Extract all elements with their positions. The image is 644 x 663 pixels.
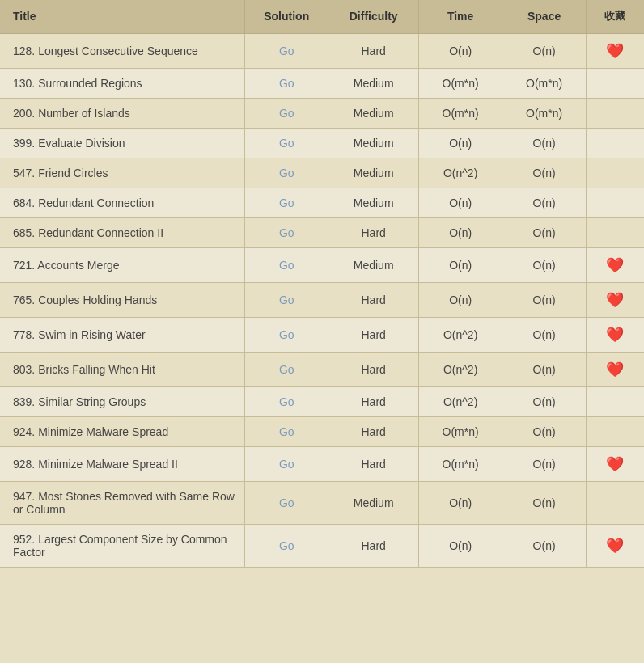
cell-difficulty: Medium bbox=[328, 128, 418, 158]
solution-link[interactable]: Go bbox=[279, 458, 294, 471]
cell-space: O(n) bbox=[502, 33, 586, 68]
cell-solution[interactable]: Go bbox=[244, 282, 328, 317]
cell-solution[interactable]: Go bbox=[244, 524, 328, 567]
heart-icon[interactable]: ❤️ bbox=[606, 257, 624, 273]
cell-space: O(n) bbox=[502, 247, 586, 282]
cell-solution[interactable]: Go bbox=[244, 247, 328, 282]
table-row: 685. Redundant Connection IIGoHardO(n)O(… bbox=[0, 217, 644, 247]
cell-solution[interactable]: Go bbox=[244, 317, 328, 352]
cell-solution[interactable]: Go bbox=[244, 188, 328, 217]
cell-title: 721. Accounts Merge bbox=[0, 247, 244, 282]
heart-icon[interactable]: ❤️ bbox=[606, 361, 624, 378]
solution-link[interactable]: Go bbox=[279, 539, 294, 552]
cell-solution[interactable]: Go bbox=[244, 98, 328, 128]
cell-solution[interactable]: Go bbox=[244, 386, 328, 416]
solution-link[interactable]: Go bbox=[279, 107, 294, 120]
cell-title: 803. Bricks Falling When Hit bbox=[0, 352, 244, 386]
cell-favorite[interactable]: ❤️ bbox=[586, 282, 644, 317]
table-row: 721. Accounts MergeGoMediumO(n)O(n)❤️ bbox=[0, 247, 644, 282]
cell-favorite[interactable] bbox=[586, 416, 644, 446]
cell-space: O(m*n) bbox=[502, 98, 586, 128]
cell-favorite[interactable] bbox=[586, 98, 644, 128]
solution-link[interactable]: Go bbox=[279, 293, 294, 306]
cell-title: 952. Largest Component Size by Common Fa… bbox=[0, 524, 244, 567]
cell-title: 200. Number of Islands bbox=[0, 98, 244, 128]
cell-favorite[interactable]: ❤️ bbox=[586, 524, 644, 567]
solution-link[interactable]: Go bbox=[279, 395, 294, 408]
cell-solution[interactable]: Go bbox=[244, 128, 328, 158]
cell-solution[interactable]: Go bbox=[244, 158, 328, 188]
cell-time: O(n) bbox=[418, 524, 502, 567]
cell-solution[interactable]: Go bbox=[244, 481, 328, 524]
cell-time: O(n) bbox=[418, 188, 502, 217]
solution-link[interactable]: Go bbox=[279, 137, 294, 150]
heart-icon[interactable]: ❤️ bbox=[606, 292, 624, 308]
cell-difficulty: Medium bbox=[328, 188, 418, 217]
table-row: 947. Most Stones Removed with Same Row o… bbox=[0, 481, 644, 524]
cell-solution[interactable]: Go bbox=[244, 68, 328, 98]
cell-space: O(n) bbox=[502, 317, 586, 352]
solution-link[interactable]: Go bbox=[279, 259, 294, 272]
heart-icon[interactable]: ❤️ bbox=[606, 327, 624, 343]
cell-solution[interactable]: Go bbox=[244, 446, 328, 481]
cell-title: 128. Longest Consecutive Sequence bbox=[0, 33, 244, 68]
solution-link[interactable]: Go bbox=[279, 167, 294, 179]
solution-link[interactable]: Go bbox=[279, 196, 294, 209]
cell-space: O(n) bbox=[502, 524, 586, 567]
th-difficulty: Difficulty bbox=[328, 0, 418, 33]
problems-table: Title Solution Difficulty Time Space 收藏 … bbox=[0, 0, 644, 568]
cell-favorite[interactable]: ❤️ bbox=[586, 33, 644, 68]
table-row: 200. Number of IslandsGoMediumO(m*n)O(m*… bbox=[0, 98, 644, 128]
cell-title: 924. Minimize Malware Spread bbox=[0, 416, 244, 446]
cell-space: O(n) bbox=[502, 188, 586, 217]
cell-space: O(n) bbox=[502, 416, 586, 446]
cell-favorite[interactable] bbox=[586, 68, 644, 98]
cell-favorite[interactable] bbox=[586, 158, 644, 188]
cell-space: O(n) bbox=[502, 352, 586, 386]
cell-difficulty: Medium bbox=[328, 98, 418, 128]
solution-link[interactable]: Go bbox=[279, 496, 294, 509]
cell-space: O(n) bbox=[502, 128, 586, 158]
table-row: 803. Bricks Falling When HitGoHardO(n^2)… bbox=[0, 352, 644, 386]
cell-favorite[interactable] bbox=[586, 217, 644, 247]
cell-favorite[interactable]: ❤️ bbox=[586, 352, 644, 386]
solution-link[interactable]: Go bbox=[279, 425, 294, 438]
cell-time: O(n) bbox=[418, 33, 502, 68]
cell-space: O(n) bbox=[502, 217, 586, 247]
th-favorite: 收藏 bbox=[586, 0, 644, 33]
solution-link[interactable]: Go bbox=[279, 363, 294, 376]
cell-solution[interactable]: Go bbox=[244, 352, 328, 386]
solution-link[interactable]: Go bbox=[279, 226, 294, 239]
cell-space: O(n) bbox=[502, 481, 586, 524]
cell-difficulty: Medium bbox=[328, 481, 418, 524]
cell-favorite[interactable] bbox=[586, 188, 644, 217]
cell-title: 130. Surrounded Regions bbox=[0, 68, 244, 98]
cell-favorite[interactable]: ❤️ bbox=[586, 446, 644, 481]
cell-favorite[interactable]: ❤️ bbox=[586, 317, 644, 352]
cell-solution[interactable]: Go bbox=[244, 33, 328, 68]
cell-favorite[interactable] bbox=[586, 481, 644, 524]
cell-favorite[interactable] bbox=[586, 128, 644, 158]
heart-icon[interactable]: ❤️ bbox=[606, 43, 624, 59]
cell-difficulty: Hard bbox=[328, 524, 418, 567]
table-container: Title Solution Difficulty Time Space 收藏 … bbox=[0, 0, 644, 663]
cell-title: 399. Evaluate Division bbox=[0, 128, 244, 158]
cell-solution[interactable]: Go bbox=[244, 217, 328, 247]
solution-link[interactable]: Go bbox=[279, 328, 294, 341]
solution-link[interactable]: Go bbox=[279, 77, 294, 90]
cell-space: O(n) bbox=[502, 282, 586, 317]
cell-solution[interactable]: Go bbox=[244, 416, 328, 446]
cell-time: O(m*n) bbox=[418, 446, 502, 481]
table-row: 547. Friend CirclesGoMediumO(n^2)O(n) bbox=[0, 158, 644, 188]
cell-favorite[interactable] bbox=[586, 386, 644, 416]
table-row: 765. Couples Holding HandsGoHardO(n)O(n)… bbox=[0, 282, 644, 317]
cell-time: O(n) bbox=[418, 217, 502, 247]
cell-title: 928. Minimize Malware Spread II bbox=[0, 446, 244, 481]
cell-space: O(n) bbox=[502, 386, 586, 416]
cell-time: O(m*n) bbox=[418, 416, 502, 446]
heart-icon[interactable]: ❤️ bbox=[606, 456, 624, 472]
heart-icon[interactable]: ❤️ bbox=[606, 538, 624, 554]
solution-link[interactable]: Go bbox=[279, 44, 294, 57]
cell-favorite[interactable]: ❤️ bbox=[586, 247, 644, 282]
cell-difficulty: Hard bbox=[328, 317, 418, 352]
